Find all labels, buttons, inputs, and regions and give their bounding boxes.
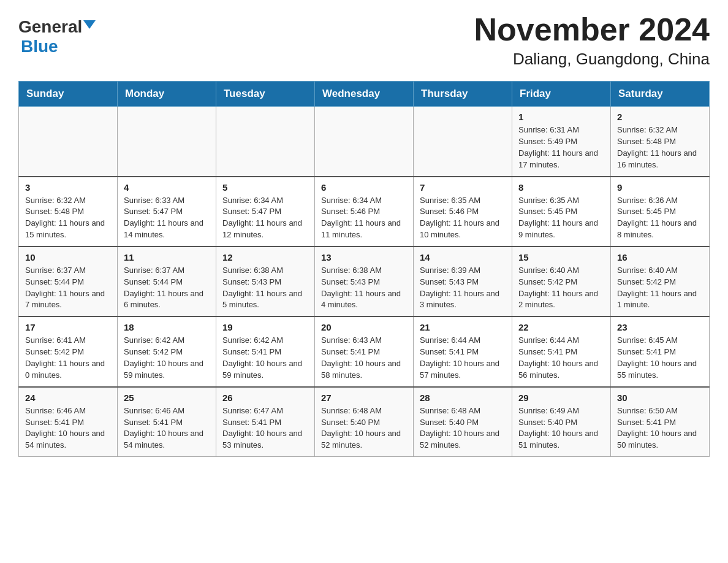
calendar-cell-week1-day4	[315, 107, 414, 177]
calendar-cell-week3-day1: 10Sunrise: 6:37 AM Sunset: 5:44 PM Dayli…	[19, 247, 118, 316]
calendar-cell-week4-day1: 17Sunrise: 6:41 AM Sunset: 5:42 PM Dayli…	[19, 316, 118, 386]
day-info: Sunrise: 6:34 AM Sunset: 5:46 PM Dayligh…	[321, 195, 407, 241]
day-info: Sunrise: 6:50 AM Sunset: 5:41 PM Dayligh…	[617, 405, 703, 451]
day-info: Sunrise: 6:32 AM Sunset: 5:48 PM Dayligh…	[617, 124, 703, 170]
day-number: 8	[518, 182, 604, 193]
weekday-header-monday: Monday	[118, 82, 216, 107]
day-info: Sunrise: 6:36 AM Sunset: 5:45 PM Dayligh…	[617, 195, 703, 241]
logo-blue: Blue	[18, 37, 58, 56]
day-info: Sunrise: 6:40 AM Sunset: 5:42 PM Dayligh…	[617, 265, 703, 311]
logo: General Blue	[18, 12, 96, 56]
day-info: Sunrise: 6:45 AM Sunset: 5:41 PM Dayligh…	[617, 335, 703, 381]
calendar-cell-week4-day5: 21Sunrise: 6:44 AM Sunset: 5:41 PM Dayli…	[414, 316, 512, 386]
day-info: Sunrise: 6:48 AM Sunset: 5:40 PM Dayligh…	[321, 405, 407, 451]
calendar-week-4: 17Sunrise: 6:41 AM Sunset: 5:42 PM Dayli…	[19, 316, 710, 386]
calendar-week-2: 3Sunrise: 6:32 AM Sunset: 5:48 PM Daylig…	[19, 177, 710, 247]
calendar-cell-week2-day3: 5Sunrise: 6:34 AM Sunset: 5:47 PM Daylig…	[216, 177, 315, 247]
calendar-cell-week3-day5: 14Sunrise: 6:39 AM Sunset: 5:43 PM Dayli…	[414, 247, 512, 316]
day-info: Sunrise: 6:35 AM Sunset: 5:45 PM Dayligh…	[518, 195, 604, 241]
day-number: 3	[25, 182, 111, 193]
day-number: 10	[25, 252, 111, 262]
day-info: Sunrise: 6:39 AM Sunset: 5:43 PM Dayligh…	[420, 265, 506, 311]
calendar-cell-week1-day7: 2Sunrise: 6:32 AM Sunset: 5:48 PM Daylig…	[611, 107, 710, 177]
day-number: 14	[420, 252, 506, 262]
calendar-cell-week1-day5	[414, 107, 512, 177]
calendar-cell-week1-day2	[118, 107, 216, 177]
day-info: Sunrise: 6:42 AM Sunset: 5:41 PM Dayligh…	[222, 335, 308, 381]
calendar-title: November 2024	[474, 12, 710, 47]
day-info: Sunrise: 6:32 AM Sunset: 5:48 PM Dayligh…	[25, 195, 111, 241]
day-info: Sunrise: 6:34 AM Sunset: 5:47 PM Dayligh…	[222, 195, 308, 241]
calendar-cell-week3-day2: 11Sunrise: 6:37 AM Sunset: 5:44 PM Dayli…	[118, 247, 216, 316]
calendar-cell-week4-day4: 20Sunrise: 6:43 AM Sunset: 5:41 PM Dayli…	[315, 316, 414, 386]
day-info: Sunrise: 6:47 AM Sunset: 5:41 PM Dayligh…	[222, 405, 308, 451]
day-number: 2	[617, 112, 703, 122]
day-number: 18	[124, 322, 210, 332]
calendar-cell-week4-day2: 18Sunrise: 6:42 AM Sunset: 5:42 PM Dayli…	[118, 316, 216, 386]
day-number: 15	[518, 252, 604, 262]
weekday-header-row: SundayMondayTuesdayWednesdayThursdayFrid…	[19, 82, 710, 107]
calendar-cell-week3-day3: 12Sunrise: 6:38 AM Sunset: 5:43 PM Dayli…	[216, 247, 315, 316]
day-info: Sunrise: 6:40 AM Sunset: 5:42 PM Dayligh…	[518, 265, 604, 311]
day-info: Sunrise: 6:49 AM Sunset: 5:40 PM Dayligh…	[518, 405, 604, 451]
logo-triangle-icon	[83, 20, 96, 29]
day-number: 27	[321, 393, 407, 403]
day-info: Sunrise: 6:33 AM Sunset: 5:47 PM Dayligh…	[124, 195, 210, 241]
calendar-cell-week5-day1: 24Sunrise: 6:46 AM Sunset: 5:41 PM Dayli…	[19, 387, 118, 457]
day-info: Sunrise: 6:38 AM Sunset: 5:43 PM Dayligh…	[222, 265, 308, 311]
weekday-header-tuesday: Tuesday	[216, 82, 315, 107]
calendar-cell-week4-day3: 19Sunrise: 6:42 AM Sunset: 5:41 PM Dayli…	[216, 316, 315, 386]
day-info: Sunrise: 6:46 AM Sunset: 5:41 PM Dayligh…	[25, 405, 111, 451]
day-info: Sunrise: 6:42 AM Sunset: 5:42 PM Dayligh…	[124, 335, 210, 381]
day-number: 11	[124, 252, 210, 262]
day-number: 25	[124, 393, 210, 403]
weekday-header-wednesday: Wednesday	[315, 82, 414, 107]
weekday-header-friday: Friday	[512, 82, 611, 107]
day-info: Sunrise: 6:41 AM Sunset: 5:42 PM Dayligh…	[25, 335, 111, 381]
calendar-cell-week5-day5: 28Sunrise: 6:48 AM Sunset: 5:40 PM Dayli…	[414, 387, 512, 457]
calendar-cell-week5-day4: 27Sunrise: 6:48 AM Sunset: 5:40 PM Dayli…	[315, 387, 414, 457]
calendar-cell-week1-day1	[19, 107, 118, 177]
day-number: 1	[518, 112, 604, 122]
day-number: 9	[617, 182, 703, 193]
day-info: Sunrise: 6:43 AM Sunset: 5:41 PM Dayligh…	[321, 335, 407, 381]
calendar-header: SundayMondayTuesdayWednesdayThursdayFrid…	[19, 82, 710, 107]
calendar-week-1: 1Sunrise: 6:31 AM Sunset: 5:49 PM Daylig…	[19, 107, 710, 177]
day-number: 17	[25, 322, 111, 332]
calendar-cell-week2-day2: 4Sunrise: 6:33 AM Sunset: 5:47 PM Daylig…	[118, 177, 216, 247]
day-info: Sunrise: 6:38 AM Sunset: 5:43 PM Dayligh…	[321, 265, 407, 311]
calendar-cell-week1-day6: 1Sunrise: 6:31 AM Sunset: 5:49 PM Daylig…	[512, 107, 611, 177]
day-number: 24	[25, 393, 111, 403]
calendar-cell-week5-day7: 30Sunrise: 6:50 AM Sunset: 5:41 PM Dayli…	[611, 387, 710, 457]
day-info: Sunrise: 6:44 AM Sunset: 5:41 PM Dayligh…	[420, 335, 506, 381]
day-info: Sunrise: 6:37 AM Sunset: 5:44 PM Dayligh…	[124, 265, 210, 311]
page-header: General Blue November 2024 Daliang, Guan…	[18, 12, 710, 69]
calendar-cell-week2-day6: 8Sunrise: 6:35 AM Sunset: 5:45 PM Daylig…	[512, 177, 611, 247]
day-number: 20	[321, 322, 407, 332]
calendar-cell-week3-day4: 13Sunrise: 6:38 AM Sunset: 5:43 PM Dayli…	[315, 247, 414, 316]
calendar-subtitle: Daliang, Guangdong, China	[474, 50, 710, 69]
day-number: 30	[617, 393, 703, 403]
calendar-cell-week5-day6: 29Sunrise: 6:49 AM Sunset: 5:40 PM Dayli…	[512, 387, 611, 457]
day-number: 29	[518, 393, 604, 403]
day-info: Sunrise: 6:44 AM Sunset: 5:41 PM Dayligh…	[518, 335, 604, 381]
day-info: Sunrise: 6:37 AM Sunset: 5:44 PM Dayligh…	[25, 265, 111, 311]
weekday-header-sunday: Sunday	[19, 82, 118, 107]
day-number: 6	[321, 182, 407, 193]
day-number: 28	[420, 393, 506, 403]
day-info: Sunrise: 6:46 AM Sunset: 5:41 PM Dayligh…	[124, 405, 210, 451]
day-number: 16	[617, 252, 703, 262]
day-number: 7	[420, 182, 506, 193]
title-area: November 2024 Daliang, Guangdong, China	[474, 12, 710, 69]
day-number: 21	[420, 322, 506, 332]
day-number: 13	[321, 252, 407, 262]
calendar-cell-week2-day5: 7Sunrise: 6:35 AM Sunset: 5:46 PM Daylig…	[414, 177, 512, 247]
day-number: 23	[617, 322, 703, 332]
calendar-cell-week2-day7: 9Sunrise: 6:36 AM Sunset: 5:45 PM Daylig…	[611, 177, 710, 247]
calendar-cell-week5-day2: 25Sunrise: 6:46 AM Sunset: 5:41 PM Dayli…	[118, 387, 216, 457]
calendar-cell-week1-day3	[216, 107, 315, 177]
day-number: 19	[222, 322, 308, 332]
weekday-header-saturday: Saturday	[611, 82, 710, 107]
calendar-cell-week2-day1: 3Sunrise: 6:32 AM Sunset: 5:48 PM Daylig…	[19, 177, 118, 247]
day-info: Sunrise: 6:48 AM Sunset: 5:40 PM Dayligh…	[420, 405, 506, 451]
